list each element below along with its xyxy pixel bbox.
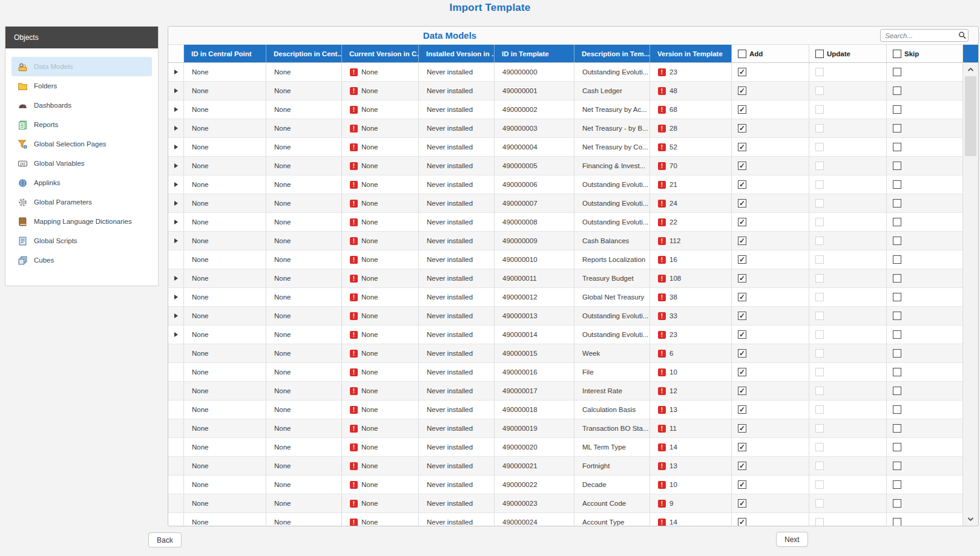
skip-checkbox[interactable] (893, 405, 901, 414)
add-checkbox[interactable]: ✓ (738, 312, 746, 320)
search-icon[interactable] (957, 31, 968, 40)
next-button[interactable]: Next (776, 532, 808, 547)
add-checkbox[interactable]: ✓ (738, 255, 746, 264)
add-checkbox[interactable]: ✓ (738, 180, 746, 189)
expander-cell[interactable] (168, 100, 184, 119)
vertical-scrollbar[interactable] (962, 45, 978, 526)
add-checkbox[interactable]: ✓ (738, 87, 746, 95)
expander-cell[interactable] (168, 175, 184, 194)
skip-checkbox[interactable] (893, 462, 901, 470)
table-row[interactable]: NoneNone!NoneNever installed490000017Int… (168, 382, 963, 401)
add-checkbox[interactable]: ✓ (738, 237, 746, 245)
table-row[interactable]: NoneNone!NoneNever installed490000009Cas… (168, 232, 963, 250)
skip-checkbox[interactable] (893, 330, 901, 339)
add-checkbox[interactable]: ✓ (738, 462, 746, 470)
table-row[interactable]: NoneNone!NoneNever installed490000022Dec… (168, 476, 963, 494)
skip-checkbox[interactable] (893, 124, 901, 132)
sidebar-item-global-scripts[interactable]: Global Scripts (12, 231, 152, 250)
add-checkbox[interactable]: ✓ (738, 424, 746, 433)
skip-checkbox[interactable] (893, 143, 901, 151)
expand-arrow-icon[interactable] (174, 145, 178, 149)
sidebar-item-folders[interactable]: Folders (12, 76, 152, 96)
add-checkbox[interactable]: ✓ (738, 143, 746, 151)
expand-arrow-icon[interactable] (174, 313, 178, 318)
sidebar-item-cubes[interactable]: Cubes (12, 250, 152, 270)
table-row[interactable]: NoneNone!NoneNever installed490000004Net… (168, 138, 963, 157)
skip-checkbox[interactable] (893, 180, 901, 189)
sidebar-item-dashboards[interactable]: Dashboards (12, 96, 152, 115)
table-row[interactable]: NoneNone!NoneNever installed490000008Out… (168, 213, 963, 232)
table-row[interactable]: NoneNone!NoneNever installed490000007Out… (168, 194, 963, 213)
expander-cell[interactable] (168, 63, 184, 81)
skip-checkbox[interactable] (893, 199, 901, 208)
expand-arrow-icon[interactable] (174, 126, 178, 131)
add-checkbox[interactable]: ✓ (738, 218, 746, 226)
column-header[interactable]: Description in Tem... (574, 45, 650, 62)
skip-checkbox[interactable] (893, 105, 901, 114)
add-checkbox[interactable]: ✓ (738, 162, 746, 170)
skip-checkbox[interactable] (893, 293, 901, 301)
add-checkbox[interactable]: ✓ (738, 499, 746, 508)
column-header[interactable]: Version in Template (650, 45, 732, 62)
scroll-up-button[interactable] (963, 64, 978, 75)
column-header[interactable]: ID in Template (495, 45, 574, 62)
sidebar-item-data-models[interactable]: Data Models (12, 57, 152, 76)
table-row[interactable]: NoneNone!NoneNever installed490000001Cas… (168, 82, 963, 100)
expand-arrow-icon[interactable] (174, 220, 178, 224)
expand-arrow-icon[interactable] (174, 332, 178, 337)
expander-cell[interactable] (168, 138, 184, 156)
skip-checkbox[interactable] (893, 349, 901, 358)
scroll-down-button[interactable] (963, 514, 978, 525)
column-header[interactable]: Description in Cent... (266, 45, 342, 62)
table-row[interactable]: NoneNone!NoneNever installed490000013Out… (168, 307, 963, 325)
table-row[interactable]: NoneNone!NoneNever installed490000012Glo… (168, 288, 963, 307)
skip-checkbox[interactable] (893, 218, 901, 226)
sidebar-item-mapping-language-dictionaries[interactable]: Mapping Language Dictionaries (12, 212, 152, 231)
back-button[interactable]: Back (148, 532, 182, 548)
expander-cell[interactable] (168, 232, 184, 250)
expander-cell[interactable] (168, 288, 184, 306)
sidebar-item-reports[interactable]: Reports (12, 115, 152, 134)
table-row[interactable]: NoneNone!NoneNever installed490000003Net… (168, 119, 963, 138)
update-header-checkbox[interactable] (815, 50, 824, 58)
add-checkbox[interactable]: ✓ (738, 293, 746, 301)
expander-cell[interactable] (168, 269, 184, 287)
skip-checkbox[interactable] (893, 499, 901, 508)
add-checkbox[interactable]: ✓ (738, 199, 746, 208)
table-row[interactable]: NoneNone!NoneNever installed490000005Fin… (168, 157, 963, 175)
sidebar-item-global-parameters[interactable]: Global Parameters (12, 192, 152, 212)
skip-checkbox[interactable] (893, 87, 901, 95)
search-box[interactable] (880, 29, 968, 42)
table-row[interactable]: NoneNone!NoneNever installed490000020ML … (168, 438, 963, 457)
table-row[interactable]: NoneNone!NoneNever installed490000019Tra… (168, 419, 963, 438)
search-input[interactable] (881, 32, 957, 39)
table-row[interactable]: NoneNone!NoneNever installed490000018Cal… (168, 401, 963, 419)
add-checkbox[interactable]: ✓ (738, 124, 746, 132)
expand-arrow-icon[interactable] (174, 295, 178, 299)
expander-cell[interactable] (168, 325, 184, 344)
add-checkbox[interactable]: ✓ (738, 274, 746, 283)
expand-arrow-icon[interactable] (174, 88, 178, 93)
add-checkbox[interactable]: ✓ (738, 368, 746, 376)
add-checkbox[interactable]: ✓ (738, 518, 746, 526)
add-checkbox[interactable]: ✓ (738, 443, 746, 451)
sidebar-item-global-selection-pages[interactable]: Global Selection Pages (12, 134, 152, 154)
table-row[interactable]: NoneNone!NoneNever installed490000000Out… (168, 63, 963, 82)
skip-checkbox[interactable] (893, 312, 901, 320)
column-header[interactable]: Installed Version in ... (419, 45, 495, 62)
skip-checkbox[interactable] (893, 68, 901, 76)
table-row[interactable]: NoneNone!NoneNever installed490000021For… (168, 457, 963, 476)
column-header[interactable]: ID in Central Point (184, 45, 266, 62)
expand-arrow-icon[interactable] (174, 276, 178, 281)
skip-header-checkbox[interactable] (893, 50, 901, 58)
expand-arrow-icon[interactable] (174, 163, 178, 168)
skip-checkbox[interactable] (893, 368, 901, 376)
add-checkbox[interactable]: ✓ (738, 105, 746, 114)
table-row[interactable]: NoneNone!NoneNever installed490000006Out… (168, 175, 963, 194)
sidebar-item-applinks[interactable]: Applinks (12, 173, 152, 192)
table-row[interactable]: NoneNone!NoneNever installed490000014Out… (168, 325, 963, 344)
add-header-checkbox[interactable] (738, 50, 746, 58)
skip-checkbox[interactable] (893, 162, 901, 170)
expand-arrow-icon[interactable] (174, 70, 178, 74)
sidebar-item-global-variables[interactable]: (x)Global Variables (12, 154, 152, 173)
